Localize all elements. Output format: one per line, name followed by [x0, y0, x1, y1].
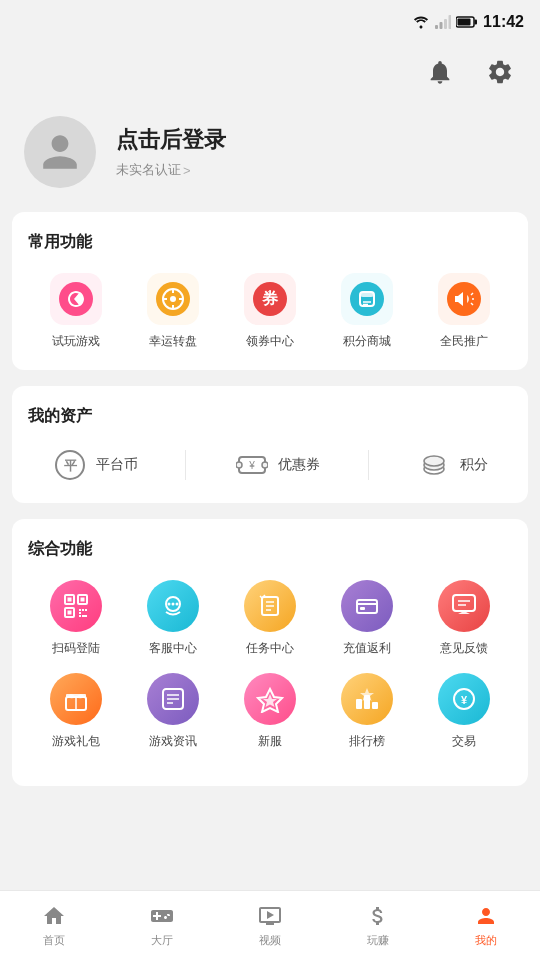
- asset-item-coupon[interactable]: ¥ 优惠券: [234, 447, 320, 483]
- comp-item-recharge[interactable]: 充值返利: [318, 580, 415, 657]
- asset-item-points[interactable]: 积分: [416, 447, 488, 483]
- nav-item-mine[interactable]: 我的: [432, 895, 540, 956]
- home-nav-icon: [41, 903, 67, 929]
- profile-verify-link[interactable]: 未实名认证 >: [116, 161, 226, 179]
- nav-item-hall[interactable]: 大厅: [108, 895, 216, 956]
- coin-icon: 平: [52, 447, 88, 483]
- signal-icon: [435, 15, 451, 29]
- comp-icon-giftpack: [50, 673, 102, 725]
- func-item-coupon[interactable]: 券 ¥ 领券中心: [222, 273, 319, 350]
- svg-rect-2: [444, 19, 447, 29]
- comprehensive-title: 综合功能: [28, 539, 512, 560]
- svg-point-50: [168, 603, 171, 606]
- asset-label-points: 积分: [460, 456, 488, 474]
- comp-item-trade[interactable]: ¥ 交易: [415, 673, 512, 750]
- func-item-luckywheel[interactable]: 幸运转盘: [125, 273, 222, 350]
- svg-rect-3: [449, 15, 452, 29]
- profile-info: 点击后登录 未实名认证 >: [116, 125, 226, 179]
- func-item-trygame[interactable]: 试玩游戏: [28, 273, 125, 350]
- comp-icon-ranking: [341, 673, 393, 725]
- points-icon: [416, 447, 452, 483]
- my-assets-title: 我的资产: [28, 406, 512, 427]
- nav-item-video[interactable]: 视频: [216, 895, 324, 956]
- func-item-promote[interactable]: 全民推广: [415, 273, 512, 350]
- comp-item-gamenews[interactable]: 游戏资讯: [125, 673, 222, 750]
- func-label-pointshop: 积分商城: [343, 333, 391, 350]
- comp-item-ranking[interactable]: 排行榜: [318, 673, 415, 750]
- svg-point-8: [79, 294, 82, 297]
- notification-button[interactable]: [420, 52, 460, 92]
- earn-nav-icon: [365, 903, 391, 929]
- comp-item-service[interactable]: 客服中心: [125, 580, 222, 657]
- comp-item-feedback[interactable]: 意见反馈: [415, 580, 512, 657]
- comp-label-recharge: 充值返利: [343, 640, 391, 657]
- func-icon-luckywheel: [147, 273, 199, 325]
- comp-label-feedback: 意见反馈: [440, 640, 488, 657]
- svg-rect-65: [66, 694, 86, 698]
- svg-point-36: [424, 456, 444, 466]
- svg-rect-57: [357, 600, 377, 613]
- func-label-luckywheel: 幸运转盘: [149, 333, 197, 350]
- comp-item-newserver[interactable]: 新服: [222, 673, 319, 750]
- svg-text:¥: ¥: [248, 460, 255, 471]
- comp-label-service: 客服中心: [149, 640, 197, 657]
- svg-text:¥: ¥: [264, 289, 270, 298]
- nav-label-mine: 我的: [475, 933, 497, 948]
- svg-rect-42: [68, 611, 72, 615]
- comp-icon-gamenews: [147, 673, 199, 725]
- comp-icon-task: [244, 580, 296, 632]
- svg-text:¥: ¥: [461, 694, 468, 706]
- mine-nav-icon: [473, 903, 499, 929]
- svg-rect-6: [458, 19, 471, 26]
- comp-item-giftpack[interactable]: 游戏礼包: [28, 673, 125, 750]
- func-item-pointshop[interactable]: 积分商城: [318, 273, 415, 350]
- comp-label-qrscan: 扫码登陆: [52, 640, 100, 657]
- avatar[interactable]: [24, 116, 96, 188]
- svg-rect-48: [82, 615, 87, 617]
- svg-rect-43: [79, 609, 81, 611]
- svg-text:券: 券: [261, 290, 279, 307]
- comp-icon-service: [147, 580, 199, 632]
- common-func-title: 常用功能: [28, 232, 512, 253]
- comp-icon-qrscan: [50, 580, 102, 632]
- nav-label-home: 首页: [43, 933, 65, 948]
- status-time: 11:42: [483, 13, 524, 31]
- nav-item-earn[interactable]: 玩赚: [324, 895, 432, 956]
- comp-item-qrscan[interactable]: 扫码登陆: [28, 580, 125, 657]
- asset-item-coin[interactable]: 平 平台币: [52, 447, 138, 483]
- comp-label-trade: 交易: [452, 733, 476, 750]
- svg-rect-72: [356, 699, 362, 709]
- bottom-nav: 首页 大厅 视频 玩赚 我的: [0, 890, 540, 960]
- comp-icon-feedback: [438, 580, 490, 632]
- settings-button[interactable]: [480, 52, 520, 92]
- svg-point-24: [447, 282, 481, 316]
- comp-label-giftpack: 游戏礼包: [52, 733, 100, 750]
- comp-item-task[interactable]: 任务中心: [222, 580, 319, 657]
- profile-section[interactable]: 点击后登录 未实名认证 >: [0, 100, 540, 212]
- comp-label-task: 任务中心: [246, 640, 294, 657]
- svg-point-11: [170, 296, 176, 302]
- func-label-promote: 全民推广: [440, 333, 488, 350]
- func-icon-trygame: [50, 273, 102, 325]
- svg-rect-0: [435, 25, 438, 29]
- svg-rect-44: [82, 609, 84, 611]
- common-func-grid: 试玩游戏 幸运转盘: [28, 273, 512, 350]
- battery-icon: [456, 16, 478, 28]
- my-assets-card: 我的资产 平 平台币 ¥: [12, 386, 528, 503]
- svg-rect-47: [79, 615, 81, 617]
- comp-label-newserver: 新服: [258, 733, 282, 750]
- gear-icon: [486, 58, 514, 86]
- bell-icon: [426, 58, 454, 86]
- func-icon-pointshop: [341, 273, 393, 325]
- svg-text:平: 平: [63, 458, 77, 473]
- svg-rect-59: [360, 607, 365, 610]
- func-label-coupon: 领券中心: [246, 333, 294, 350]
- profile-name[interactable]: 点击后登录: [116, 125, 226, 155]
- coupon-asset-icon: ¥: [234, 447, 270, 483]
- comp-icon-recharge: [341, 580, 393, 632]
- svg-point-19: [350, 282, 384, 316]
- nav-item-home[interactable]: 首页: [0, 895, 108, 956]
- comp-icon-newserver: [244, 673, 296, 725]
- svg-rect-45: [85, 609, 87, 611]
- svg-point-31: [236, 462, 242, 468]
